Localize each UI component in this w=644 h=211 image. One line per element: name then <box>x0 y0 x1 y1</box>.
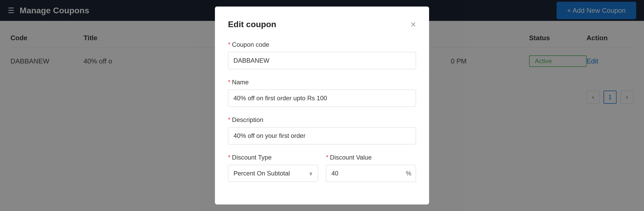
coupon-code-label: * Coupon code <box>228 41 416 48</box>
coupon-code-input[interactable] <box>228 52 416 69</box>
discount-value-input[interactable] <box>326 165 416 182</box>
edit-coupon-modal: Edit coupon × * Coupon code * Name * Des… <box>215 7 429 204</box>
coupon-code-field: * Coupon code <box>228 41 416 69</box>
modal-header: Edit coupon × <box>228 20 416 29</box>
name-label: * Name <box>228 79 416 86</box>
discount-type-label: * Discount Type <box>228 154 318 161</box>
required-star: * <box>228 41 230 48</box>
discount-type-select-wrapper: Percent On Subtotal Fixed Amount Percent… <box>228 165 318 182</box>
discount-type-select[interactable]: Percent On Subtotal Fixed Amount Percent… <box>228 165 318 182</box>
modal-title: Edit coupon <box>228 20 276 29</box>
description-input[interactable] <box>228 127 416 144</box>
name-field: * Name <box>228 79 416 107</box>
close-icon[interactable]: × <box>411 20 416 29</box>
required-star: * <box>326 154 328 161</box>
required-star: * <box>228 116 230 124</box>
discount-type-field: * Discount Type Percent On Subtotal Fixe… <box>228 154 318 182</box>
required-star: * <box>228 154 230 161</box>
required-star: * <box>228 79 230 86</box>
description-field: * Description <box>228 116 416 144</box>
discount-row: * Discount Type Percent On Subtotal Fixe… <box>228 154 416 191</box>
discount-value-wrapper: % <box>326 165 416 182</box>
name-input[interactable] <box>228 90 416 107</box>
description-label: * Description <box>228 116 416 124</box>
percent-symbol: % <box>406 170 411 177</box>
discount-value-label: * Discount Value <box>326 154 416 161</box>
discount-value-field: * Discount Value % <box>326 154 416 182</box>
